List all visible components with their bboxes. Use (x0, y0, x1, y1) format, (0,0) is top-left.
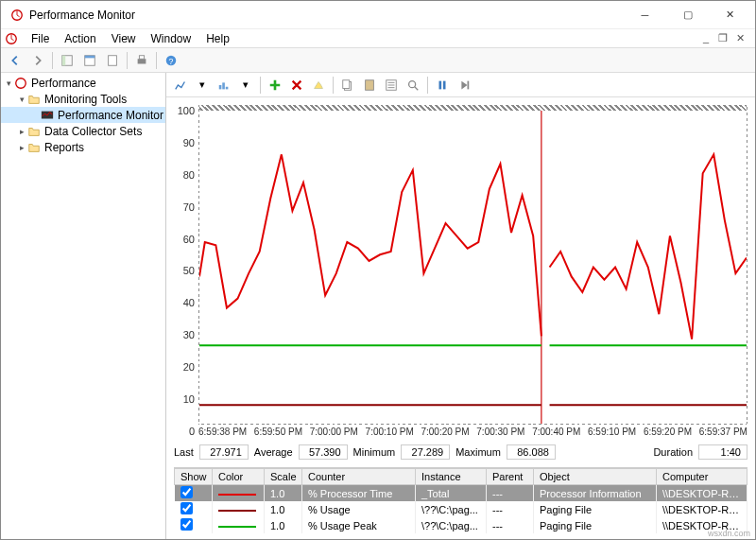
zoom-button[interactable] (403, 75, 423, 96)
y-axis-labels: 1009080706050403020100 (174, 105, 198, 437)
back-button[interactable] (5, 50, 26, 71)
menu-file[interactable]: File (24, 30, 57, 47)
svg-rect-7 (138, 59, 146, 63)
show-hide-tree-button[interactable] (57, 50, 77, 71)
titlebar: Performance Monitor ─ ▢ ✕ (1, 1, 755, 29)
col-show[interactable]: Show (175, 469, 213, 485)
minimize-button[interactable]: ─ (624, 1, 666, 28)
svg-rect-6 (109, 55, 117, 65)
tree-node-performance[interactable]: ▾Performance (1, 75, 165, 91)
avg-label: Average (254, 446, 293, 458)
stats-bar: Last 27.971 Average 57.390 Minimum 27.28… (166, 439, 755, 465)
col-color[interactable]: Color (213, 469, 265, 485)
mdi-restore-button[interactable]: ❐ (715, 32, 730, 44)
menu-help[interactable]: Help (198, 30, 237, 47)
col-instance[interactable]: Instance (416, 469, 487, 485)
max-value: 86.088 (507, 444, 556, 460)
add-counter-button[interactable] (265, 75, 285, 96)
main-toolbar: ? (1, 48, 755, 73)
chart-toolbar: ▾ ▾ (166, 73, 755, 97)
dropdown-icon[interactable]: ▾ (192, 75, 213, 96)
chart-area[interactable] (198, 105, 747, 425)
view-histogram-button[interactable] (214, 75, 234, 96)
help-button[interactable]: ? (161, 50, 181, 71)
watermark: wsxdn.com (708, 529, 750, 538)
forward-button[interactable] (27, 50, 48, 71)
tree-node-monitoring-tools[interactable]: ▾Monitoring Tools (1, 91, 165, 107)
svg-point-20 (409, 80, 416, 87)
window-title: Performance Monitor (29, 9, 135, 22)
print-button[interactable] (131, 50, 152, 71)
view-chart-button[interactable] (170, 75, 191, 96)
dur-value: 1:40 (698, 444, 747, 460)
min-value: 27.289 (401, 444, 450, 460)
svg-rect-21 (439, 80, 442, 89)
col-parent[interactable]: Parent (487, 469, 534, 485)
freeze-button[interactable] (432, 75, 453, 96)
properties-button[interactable] (79, 50, 100, 71)
svg-rect-3 (62, 55, 66, 65)
main-pane: ▾ ▾ 1009080706050403020100 6:59:38 PM6:5… (166, 73, 755, 539)
menubar: File Action View Window Help _ ❐ ✕ (1, 29, 755, 48)
mdi-minimize-button[interactable]: _ (698, 32, 713, 44)
delete-counter-button[interactable] (286, 75, 307, 96)
close-button[interactable]: ✕ (709, 1, 751, 28)
table-row[interactable]: 1.0% Usage\??\C:\pag...---Paging File\\D… (175, 501, 747, 517)
counter-table[interactable]: ShowColorScaleCounterInstanceParentObjec… (174, 467, 747, 533)
show-checkbox[interactable] (180, 518, 193, 531)
highlight-button[interactable] (308, 75, 329, 96)
svg-rect-22 (443, 80, 446, 89)
svg-rect-5 (85, 55, 95, 58)
col-computer[interactable]: Computer (657, 469, 747, 485)
properties-button[interactable] (381, 75, 402, 96)
x-axis-labels: 6:59:38 PM6:59:50 PM7:00:00 PM7:00:10 PM… (198, 425, 747, 437)
copy-button[interactable] (337, 75, 358, 96)
menu-view[interactable]: View (104, 30, 144, 47)
tree-node-reports[interactable]: ▸Reports (1, 139, 165, 155)
svg-rect-15 (226, 86, 229, 89)
svg-rect-13 (219, 85, 222, 89)
svg-text:?: ? (169, 56, 174, 65)
svg-rect-8 (139, 55, 144, 59)
col-counter[interactable]: Counter (302, 469, 416, 485)
svg-rect-23 (468, 80, 470, 89)
paste-button[interactable] (359, 75, 380, 96)
menu-action[interactable]: Action (57, 30, 103, 47)
app-icon-small (5, 32, 18, 45)
table-row[interactable]: 1.0% Processor Time_Total---Processor In… (175, 485, 747, 502)
menu-window[interactable]: Window (144, 30, 199, 47)
tree-node-data-collector-sets[interactable]: ▸Data Collector Sets (1, 123, 165, 139)
svg-rect-17 (343, 79, 350, 88)
col-object[interactable]: Object (534, 469, 657, 485)
svg-rect-18 (366, 79, 374, 90)
last-label: Last (174, 446, 194, 458)
mdi-close-button[interactable]: ✕ (732, 32, 747, 44)
export-button[interactable] (102, 50, 123, 71)
maximize-button[interactable]: ▢ (666, 1, 709, 28)
show-checkbox[interactable] (180, 502, 193, 514)
show-checkbox[interactable] (180, 486, 193, 498)
nav-tree[interactable]: ▾Performance▾Monitoring ToolsPerformance… (1, 73, 166, 539)
table-row[interactable]: 1.0% Usage Peak\??\C:\pag...---Paging Fi… (175, 517, 747, 533)
svg-point-11 (16, 78, 26, 88)
min-label: Minimum (353, 446, 396, 458)
svg-rect-14 (222, 82, 225, 89)
update-button[interactable] (454, 75, 474, 96)
col-scale[interactable]: Scale (265, 469, 302, 485)
dur-label: Duration (653, 446, 693, 458)
tree-node-performance-monitor[interactable]: Performance Monitor (1, 107, 165, 123)
last-value: 27.971 (199, 444, 249, 460)
app-icon (10, 9, 24, 22)
dropdown-icon[interactable]: ▾ (235, 75, 256, 96)
avg-value: 57.390 (299, 444, 348, 460)
max-label: Maximum (455, 446, 501, 458)
